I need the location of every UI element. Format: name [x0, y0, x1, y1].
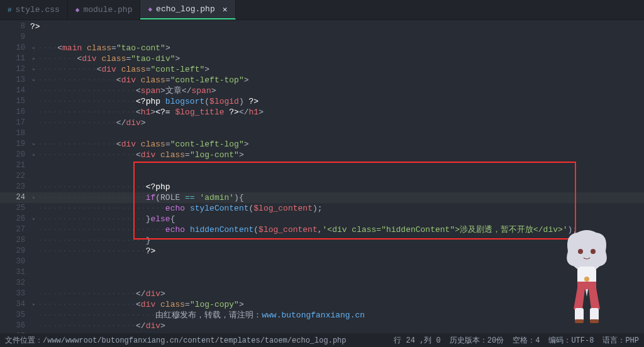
- line-number: 28: [0, 235, 30, 246]
- line-number: 16: [0, 107, 30, 118]
- line-number: 19: [0, 139, 30, 150]
- code-line[interactable]: ▸····<main class="tao-cont">: [30, 43, 644, 53]
- line-number: 35: [0, 310, 30, 321]
- status-indent[interactable]: 空格：4: [513, 335, 540, 346]
- line-number: 31: [0, 267, 30, 278]
- status-bar: 文件位置：/www/wwwroot/butongfanxiang.cn/cont…: [0, 333, 644, 347]
- line-number: 34: [0, 299, 30, 310]
- code-line[interactable]: ▸················<div class="cont-left-l…: [30, 139, 644, 150]
- file-icon: #: [8, 6, 12, 14]
- code-line[interactable]: ▸····················<div class="log-cop…: [30, 299, 644, 310]
- code-line[interactable]: ▸················<div class="cont-left-t…: [30, 75, 644, 85]
- code-line[interactable]: [30, 171, 644, 182]
- code-line[interactable]: [30, 278, 644, 289]
- file-icon: ◆: [148, 5, 152, 13]
- tab-label: echo_log.php: [156, 4, 215, 14]
- line-number: 22: [0, 171, 30, 182]
- line-number: 17: [0, 118, 30, 128]
- line-number: 20: [0, 150, 30, 160]
- status-language[interactable]: 语言：PHP: [602, 335, 639, 346]
- close-icon[interactable]: ✕: [223, 4, 228, 14]
- code-line[interactable]: [30, 256, 644, 267]
- line-number: 25: [0, 203, 30, 214]
- tab-bar: #style.css◆module.php◆echo_log.php✕: [0, 0, 644, 20]
- code-line[interactable]: ····················<h1><?= $log_title ?…: [30, 107, 644, 118]
- line-number: 8: [0, 21, 30, 32]
- code-line[interactable]: ··························echo hiddenCon…: [30, 224, 644, 235]
- tab-style-css[interactable]: #style.css: [0, 0, 68, 19]
- code-line[interactable]: ······················<?php: [30, 182, 644, 192]
- line-number: 18: [0, 128, 30, 139]
- code-line[interactable]: ························由红穆发布，转载，请注明：www…: [30, 310, 644, 321]
- line-number: 13: [0, 75, 30, 85]
- code-line[interactable]: [30, 160, 644, 171]
- line-number: 23: [0, 182, 30, 192]
- status-encoding[interactable]: 编码：UTF-8: [548, 335, 594, 346]
- code-line[interactable]: ················</div>: [30, 118, 644, 128]
- line-number-gutter: 8910111213141516171819202122232425262728…: [0, 20, 30, 333]
- file-icon: ◆: [75, 6, 80, 14]
- code-line[interactable]: ······················?>: [30, 246, 644, 256]
- line-number: 32: [0, 278, 30, 289]
- code-line[interactable]: ····················</div>: [30, 321, 644, 331]
- line-number: 21: [0, 160, 30, 171]
- line-number: 9: [0, 32, 30, 43]
- code-line[interactable]: ····················</div>: [30, 289, 644, 299]
- code-line[interactable]: ▸········<div class="tao-div">: [30, 53, 644, 64]
- code-line[interactable]: [30, 267, 644, 278]
- code-line[interactable]: ?>: [30, 21, 644, 32]
- line-number: 33: [0, 289, 30, 299]
- code-line[interactable]: [30, 128, 644, 139]
- line-number: 27: [0, 224, 30, 235]
- code-line[interactable]: ▸············<div class="cont-left">: [30, 64, 644, 75]
- code-line[interactable]: ····················<?php blogsort($logi…: [30, 96, 644, 107]
- code-line[interactable]: ····················<span>文章</span>: [30, 85, 644, 96]
- tab-label: style.css: [16, 5, 60, 14]
- line-number: 29: [0, 246, 30, 256]
- line-number: 26: [0, 214, 30, 224]
- status-filepath[interactable]: 文件位置：/www/wwwroot/butongfanxiang.cn/cont…: [5, 335, 346, 346]
- line-number: 30: [0, 256, 30, 267]
- line-number: 14: [0, 85, 30, 96]
- line-number: 24: [0, 192, 30, 203]
- tab-module-php[interactable]: ◆module.php: [68, 0, 141, 19]
- code-line[interactable]: ▸······················if(ROLE == 'admin…: [30, 192, 644, 203]
- tab-label: module.php: [83, 5, 132, 14]
- line-number: 11: [0, 53, 30, 64]
- code-line[interactable]: ··························echo styleCont…: [30, 203, 644, 214]
- line-number: 15: [0, 96, 30, 107]
- code-line[interactable]: [30, 32, 644, 43]
- editor[interactable]: 8910111213141516171819202122232425262728…: [0, 20, 644, 333]
- line-number: 36: [0, 321, 30, 331]
- code-line[interactable]: ▸······················}else{: [30, 214, 644, 224]
- line-number: 12: [0, 64, 30, 75]
- line-number: 10: [0, 43, 30, 53]
- status-history[interactable]: 历史版本：20份: [450, 335, 504, 346]
- tab-echo_log-php[interactable]: ◆echo_log.php✕: [140, 0, 235, 19]
- code-line[interactable]: ······················}: [30, 235, 644, 246]
- code-area[interactable]: ?>▸····<main class="tao-cont">▸········<…: [30, 20, 644, 333]
- status-cursor-position[interactable]: 行 24 ,列 0: [394, 335, 440, 346]
- code-line[interactable]: ▸····················<div class="log-con…: [30, 150, 644, 160]
